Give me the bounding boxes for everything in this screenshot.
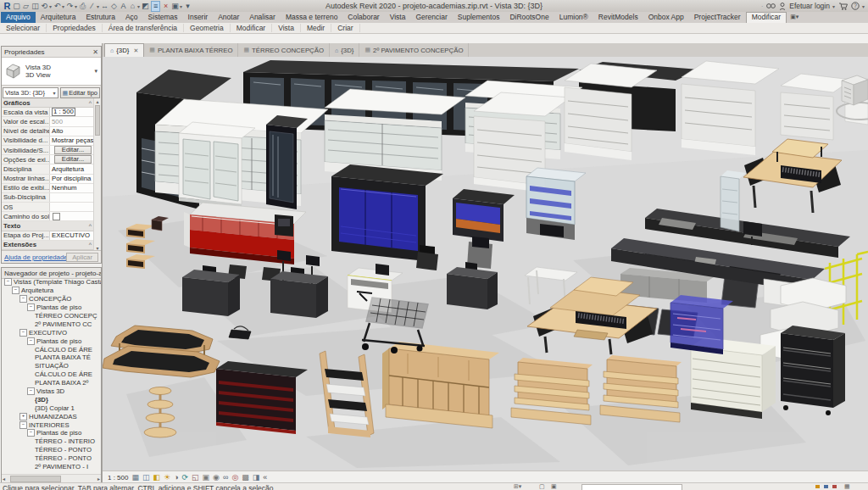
ribbon-tab-lumion-[interactable]: Lumion® bbox=[554, 12, 593, 23]
ribbon-tab-estrutura[interactable]: Estrutura bbox=[81, 12, 120, 23]
temporary-hide-isolate-icon[interactable]: ∞ bbox=[223, 472, 228, 482]
ribbon-tab-onbox-app[interactable]: Onbox App bbox=[643, 12, 689, 23]
ribbon-panel-modificar[interactable]: Modificar bbox=[231, 24, 272, 32]
crop-view-icon[interactable]: ◱ bbox=[192, 472, 199, 482]
tag-icon[interactable]: ◇ bbox=[110, 2, 118, 11]
worksets-icon[interactable]: ⊞▾ bbox=[514, 483, 521, 490]
ribbon-panel--rea-de-transfer-ncia[interactable]: Área de transferência bbox=[103, 24, 184, 32]
sun-path-icon[interactable]: ☀ bbox=[164, 472, 170, 482]
chevron-down-icon[interactable]: ▾ bbox=[94, 68, 99, 75]
collapse-icon[interactable]: − bbox=[27, 387, 35, 395]
modify-extra-dropdown[interactable]: ▣▾ bbox=[787, 12, 802, 23]
tree-item[interactable]: PLANTA BAIXA TÉ bbox=[2, 354, 101, 362]
ribbon-tab-vista[interactable]: Vista bbox=[385, 12, 411, 23]
ribbon-tab-dirootsone[interactable]: DiRootsOne bbox=[504, 12, 554, 23]
properties-help-link[interactable]: Ajuda de propriedades bbox=[4, 253, 66, 261]
ribbon-tab-projecttracker[interactable]: ProjectTracker bbox=[689, 12, 746, 23]
thin-lines-icon[interactable]: ≡ bbox=[151, 1, 160, 12]
design-options-field[interactable] bbox=[581, 484, 682, 490]
undo-icon[interactable]: ↶ bbox=[53, 2, 61, 11]
view-tab-planta-baixa-t-rreo[interactable]: ▦PLANTA BAIXA TÉRREO bbox=[144, 43, 238, 57]
customize-qat-icon[interactable]: ▾ bbox=[184, 2, 192, 11]
tree-item[interactable]: −INTERIORES bbox=[2, 420, 101, 429]
measure-icon[interactable]: ∕ bbox=[88, 2, 96, 11]
switch-windows-icon-caret[interactable]: ▾ bbox=[180, 3, 182, 9]
print-icon[interactable]: ⎙ bbox=[79, 2, 86, 11]
help-caret-icon[interactable]: ▾ bbox=[862, 3, 865, 9]
ribbon-panel-geometria[interactable]: Geometria bbox=[184, 24, 231, 32]
ribbon-tab-massa-e-terreno[interactable]: Massa e terreno bbox=[281, 12, 342, 23]
ribbon-tab-sistemas[interactable]: Sistemas bbox=[143, 12, 183, 23]
close-icon[interactable]: ✕ bbox=[90, 48, 98, 56]
ribbon-panel-medir[interactable]: Medir bbox=[301, 24, 331, 32]
tree-item[interactable]: PLANTA BAIXA 2º bbox=[2, 379, 101, 387]
view-tab-t-rreo-concep-o[interactable]: ▦TÉRREO CONCEPÇÃO bbox=[238, 43, 330, 57]
collapse-icon[interactable]: − bbox=[27, 303, 35, 311]
tree-item[interactable]: −CONCEPÇÃO bbox=[2, 295, 101, 303]
selection-count-icon[interactable]: ▦ bbox=[844, 483, 850, 490]
tree-item[interactable]: {3D} bbox=[2, 395, 101, 404]
help-icon[interactable]: ? bbox=[851, 2, 860, 10]
ribbon-tab-revitmodels[interactable]: RevitModels bbox=[593, 12, 643, 23]
ribbon-panel-selecionar[interactable]: Selecionar bbox=[0, 24, 47, 32]
close-icon[interactable]: ✕ bbox=[133, 47, 138, 54]
ribbon-tab-a-o[interactable]: Aço bbox=[120, 12, 143, 23]
aligned-dimension-icon[interactable]: ↔ bbox=[101, 2, 108, 11]
tree-item[interactable]: −Plantas de piso bbox=[2, 337, 101, 345]
collapse-icon[interactable]: − bbox=[27, 337, 35, 345]
property-value[interactable]: Editar... bbox=[49, 155, 94, 164]
property-value[interactable]: EXECUTIVO bbox=[49, 231, 94, 240]
scale-icon[interactable]: ▦ bbox=[131, 472, 139, 482]
tree-item[interactable]: 2º PAVIMENTO CC bbox=[2, 320, 101, 328]
text-icon[interactable]: A bbox=[120, 2, 127, 11]
tree-item[interactable]: −Vistas 3D bbox=[2, 387, 101, 396]
viewport-3d[interactable] bbox=[103, 57, 868, 471]
ribbon-panel-criar[interactable]: Criar bbox=[331, 24, 359, 32]
editable-only-icon[interactable]: ▢ bbox=[539, 483, 545, 490]
collapse-icon[interactable]: − bbox=[12, 287, 19, 294]
property-value[interactable]: Por disciplina bbox=[49, 175, 94, 183]
close-hidden-windows-icon[interactable]: × bbox=[162, 2, 170, 11]
instance-selector[interactable]: Vista 3D: {3D} ▾ bbox=[3, 87, 58, 98]
search-icon[interactable] bbox=[766, 3, 776, 9]
default-3d-view-icon-caret[interactable]: ▾ bbox=[137, 3, 140, 9]
property-value[interactable]: Alto bbox=[49, 127, 94, 136]
lock-3d-view-icon[interactable]: ◉ bbox=[213, 472, 220, 482]
tree-item[interactable]: −Plantas de piso bbox=[2, 303, 101, 312]
tree-item[interactable]: CÁLCULO DE ÁRE bbox=[2, 370, 101, 379]
property-value[interactable]: Nenhum bbox=[49, 184, 94, 192]
sync-icon[interactable]: ⟲ bbox=[41, 2, 48, 11]
measure-icon-caret[interactable]: ▾ bbox=[97, 3, 99, 9]
filter-icon[interactable] bbox=[832, 485, 837, 488]
view-tab--3d-[interactable]: ⌂{3D}✕ bbox=[104, 43, 144, 57]
tree-item[interactable]: TÉRREO CONCEPÇ bbox=[2, 312, 101, 320]
property-group-header[interactable]: Gráficos^ bbox=[2, 98, 94, 108]
view-tab-2-pavimento-concep-o[interactable]: ▦2º PAVIMENTO CONCEPÇÃO bbox=[359, 43, 469, 57]
sync-icon-caret[interactable]: ▾ bbox=[49, 3, 52, 9]
property-value[interactable] bbox=[49, 203, 94, 211]
expand-icon[interactable]: + bbox=[19, 413, 27, 420]
ribbon-tab-analisar[interactable]: Analisar bbox=[244, 12, 281, 23]
undo-icon-caret[interactable]: ▾ bbox=[62, 3, 64, 9]
type-selector[interactable]: Vista 3D 3D View ▾ bbox=[2, 58, 101, 86]
property-group-header[interactable]: Extensões^ bbox=[2, 241, 94, 250]
property-value[interactable]: 500 bbox=[49, 117, 94, 125]
tree-item[interactable]: 2º PAVIMENTO - I bbox=[2, 463, 101, 471]
collapse-icon[interactable]: − bbox=[4, 278, 12, 286]
tree-item[interactable]: SITUAÇÃO bbox=[2, 362, 101, 370]
redo-icon-caret[interactable]: ▾ bbox=[75, 3, 77, 9]
property-value[interactable] bbox=[49, 193, 94, 202]
ribbon-tab-modificar[interactable]: Modificar bbox=[746, 12, 787, 23]
ribbon-tab-anotar[interactable]: Anotar bbox=[213, 12, 244, 23]
displaced-elements-icon[interactable]: ◨ bbox=[253, 472, 260, 482]
property-value[interactable]: Arquitetura bbox=[49, 164, 94, 173]
tree-item[interactable]: −Arquitetura bbox=[2, 287, 101, 295]
tree-item[interactable]: {3D} Copiar 1 bbox=[2, 404, 101, 412]
property-group-header[interactable]: Texto^ bbox=[2, 221, 94, 231]
ribbon-panel-propriedades[interactable]: Propriedades bbox=[47, 24, 103, 32]
tree-item[interactable]: −Plantas de piso bbox=[2, 429, 101, 437]
tree-item[interactable]: TÉRREO - PONTO bbox=[2, 446, 101, 454]
design-options-icon[interactable]: ▣ bbox=[551, 483, 557, 490]
edit-type-button[interactable]: ▦ Editar tipo bbox=[60, 87, 100, 98]
tree-item[interactable]: TÉRREO - INTERIO bbox=[2, 437, 101, 446]
